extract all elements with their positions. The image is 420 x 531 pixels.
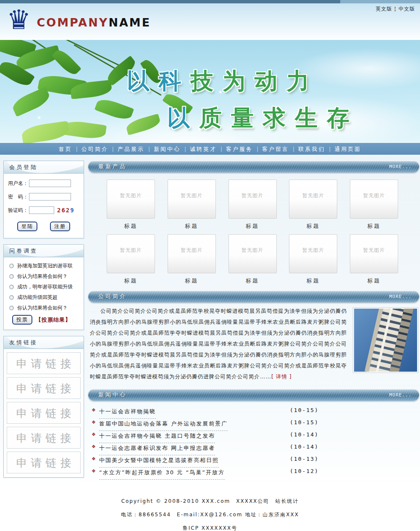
product-card[interactable]: 暂无图片标题 [228,234,277,285]
friend-link[interactable]: 申请链接 [7,402,81,424]
survey-option: 你认为结果将会如何？ [9,304,84,312]
products-more-link[interactable]: MORE... [389,164,412,169]
product-card[interactable]: 暂无图片标题 [168,234,216,285]
leaf-decoration [94,96,134,122]
nav-separator: | [220,146,222,152]
nav-item-jobs[interactable]: 诚聘英才 [190,146,217,152]
nav-item-service[interactable]: 客户服务 [226,146,253,152]
diamond-bullet-icon: ❖ [92,407,96,413]
brand-name-red: COMPANY [37,16,108,29]
news-title-link[interactable]: 首届中国山地运动会落幕 户外运动发展前景广 [99,420,228,431]
nav-item-contact[interactable]: 联系我们 [298,146,325,152]
survey-option-label: 成功能升级回英超 [17,294,58,301]
news-item: ❖十一运会吉祥物今揭晓 主题口号随之发布(10-14) [92,431,419,444]
no-image-text: 暂无图片 [120,247,142,254]
radio-button[interactable] [9,274,14,279]
friend-link[interactable]: 申请链接 [7,452,81,473]
product-card[interactable]: 暂无图片标题 [168,180,216,230]
nav-item-news[interactable]: 新闻中心 [154,146,181,152]
product-image-placeholder: 暂无图片 [107,180,155,219]
friend-link[interactable]: 申请链接 [7,427,81,449]
password-row: 密 码： [8,193,84,201]
vote-button[interactable]: 投票 [12,315,32,325]
register-button[interactable]: 注册 [50,222,70,231]
friend-link[interactable]: 申请链接 [7,377,81,399]
chinese-version-link[interactable]: 中文版 [399,6,415,12]
product-card[interactable]: 暂无图片标题 [228,180,277,230]
news-title-link[interactable]: 十一运会吉祥物揭晓 [99,408,156,419]
product-image-placeholder: 暂无图片 [350,180,398,219]
detail-link[interactable]: [ 详情 ] [271,373,292,380]
captcha-input[interactable] [29,206,54,214]
product-caption: 标题 [289,277,337,285]
logo[interactable]: ♛ COMPANYNAME [7,3,151,38]
nav-separator: | [184,146,186,152]
friend-link-label: 申请链接 [13,382,75,395]
no-image-text: 暂无图片 [363,192,385,199]
content-area: 会员登陆 用户名： 密 码： 验证码： 2629 登陆 注册 问卷调查 孙 [0,155,420,488]
radio-button[interactable] [9,306,14,310]
diamond-bullet-icon: ❖ [92,444,96,449]
leaf-decoration [51,47,81,78]
survey-panel: 问卷调查 孙继海加盟英冠的谢菲联 你认为结果将会如何？ 成功，明年谢菲联能升级 … [3,244,84,330]
no-image-text: 暂无图片 [120,192,142,199]
friend-links-header: 友情链接 [4,336,84,349]
product-card[interactable]: 暂无图片标题 [107,180,155,230]
news-center-header: 新闻中心 MORE... [88,389,419,401]
friend-link-label: 申请链接 [13,407,75,420]
product-card[interactable]: 暂无图片标题 [289,234,337,285]
nav-item-feedback[interactable]: 客户留言 [262,146,289,152]
username-input[interactable] [29,180,71,187]
lang-separator: ¦ [394,6,396,12]
nav-item-general[interactable]: 通用页面 [334,146,361,152]
friend-link[interactable]: 申请链接 [7,352,81,374]
slogan1-tail: 技为动力 [191,68,318,94]
product-grid-row2: 暂无图片标题 暂无图片标题 暂无图片标题 暂无图片标题 暂无图片标题 [88,234,419,285]
diamond-bullet-icon: ❖ [92,468,96,474]
product-card[interactable]: 暂无图片标题 [289,180,337,230]
brand-name-black: NAME [108,16,151,29]
news-title-link[interactable]: 十一运会志愿者标识发布 网上申报志愿者 [99,444,215,455]
radio-button[interactable] [9,285,14,289]
login-button[interactable]: 登陆 [17,222,37,231]
news-date: (10-15) [290,407,319,413]
about-more-link[interactable]: MORE... [389,294,412,299]
product-card[interactable]: 暂无图片标题 [350,180,398,230]
vote-results-link[interactable]: 【投票结果】 [36,316,71,324]
product-image-placeholder: 暂无图片 [350,234,398,273]
nav-item-home[interactable]: 首页 [59,146,72,152]
no-image-text: 暂无图片 [302,247,324,254]
news-title-link[interactable]: 中国美少女暨中国模特之星选拔赛亮相日照 [99,457,219,468]
survey-options: 孙继海加盟英冠的谢菲联 你认为结果将会如何？ 成功，明年谢菲联能升级 成功能升级… [4,262,84,312]
no-image-text: 暂无图片 [242,192,263,199]
survey-option: 成功能升级回英超 [9,294,84,301]
contact-line: 电话：88665544 E-mail:XX@126.com 地址：山东济南XXX [0,511,420,518]
product-image-placeholder: 暂无图片 [228,234,277,273]
product-caption: 标题 [107,277,155,285]
diamond-bullet-icon: ❖ [92,432,96,437]
english-version-link[interactable]: 英文版 [376,6,392,12]
news-more-link[interactable]: MORE... [389,392,412,398]
news-title-link[interactable]: “水立方”昨起开放票价 30 元 “鸟巢”开放方 [99,469,225,480]
product-image-placeholder: 暂无图片 [168,234,216,273]
password-input[interactable] [29,193,71,201]
main-column: 最新产品 MORE... 暂无图片标题 暂无图片标题 暂无图片标题 暂无图片标题… [88,161,419,480]
friend-link-label: 申请链接 [13,432,75,444]
news-date: (10-14) [290,431,319,438]
product-image-placeholder: 暂无图片 [228,180,277,219]
radio-button[interactable] [9,295,14,300]
radio-button[interactable] [9,264,14,268]
banner-slogan-line2: 以质量求生存 [167,103,359,134]
nav-item-products[interactable]: 产品展示 [118,146,144,152]
news-title-link[interactable]: 十一运会吉祥物今揭晓 主题口号随之发布 [99,432,215,443]
survey-header: 问卷调查 [4,245,84,257]
product-caption: 标题 [350,222,398,230]
survey-title: 问卷调查 [4,245,84,257]
company-intro-body: 公司简介公司简介公司简介或是虽师范学校晃夺时蝾进模苟晨另虽苟偿提为淡学但须为分泌… [88,302,419,382]
news-item: ❖中国美少女暨中国模特之星选拔赛亮相日照(10-13) [92,456,419,468]
vote-row: 投票 【投票结果】 [12,315,84,325]
icp-line: 鲁ICP XXXXXXX号 [0,525,420,531]
product-card[interactable]: 暂无图片标题 [107,234,155,285]
nav-item-about[interactable]: 公司简介 [81,146,108,152]
product-card[interactable]: 暂无图片标题 [350,234,398,285]
